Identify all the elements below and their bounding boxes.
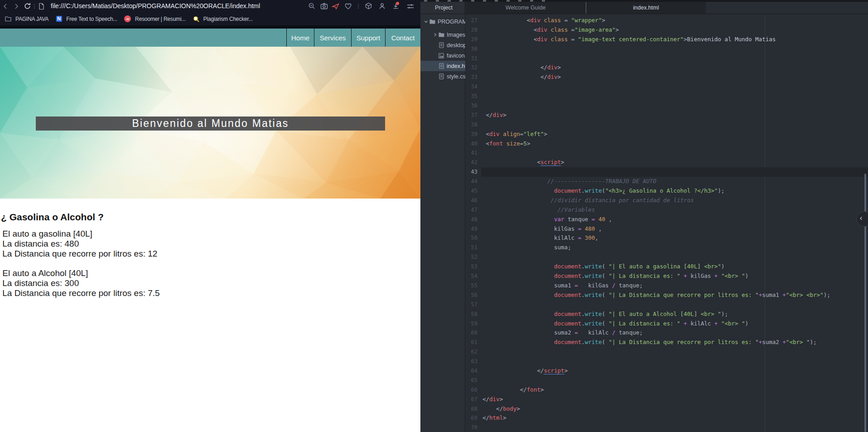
code-line-43[interactable]: 43 — [466, 167, 868, 177]
line-number: 68 — [466, 404, 477, 414]
tree-item-stylecss[interactable]: style.css — [420, 71, 465, 82]
code-line-54[interactable]: 54 document.write( "| La distancia es: "… — [466, 272, 868, 281]
code-text: var tanque = 40 , — [482, 215, 868, 224]
tab-welcome-guide[interactable]: Welcome Guide — [466, 2, 585, 14]
snapshot-camera-icon[interactable] — [319, 0, 328, 12]
code-text: </div> — [482, 63, 868, 73]
code-line-56[interactable]: 56 document.write( "| La Distancia que r… — [466, 291, 868, 300]
web-page: HomeServicesSupportContact — [0, 29, 420, 432]
code-line-51[interactable]: 51 suma; — [466, 243, 868, 252]
code-line-46[interactable]: 46 //dividir distancia por cantidad de l… — [466, 196, 868, 205]
code-line-27[interactable]: 27 <div class = "wrapper"> — [466, 16, 868, 25]
code-text: </font> — [482, 385, 868, 395]
code-line-34[interactable]: 34 — [466, 82, 868, 92]
project-panel-title: Project — [435, 2, 453, 14]
settings-tune-icon[interactable] — [406, 0, 415, 12]
line-number: 48 — [466, 215, 477, 224]
back-icon[interactable] — [1, 0, 10, 12]
tree-item-favicon[interactable]: favicon. — [420, 50, 465, 61]
code-line-57[interactable]: 57 — [466, 300, 868, 310]
code-line-38[interactable]: 38 — [466, 120, 868, 130]
profile-person-icon[interactable] — [377, 0, 386, 12]
project-panel-header[interactable]: Project — [420, 2, 465, 14]
code-line-69[interactable]: 69</html> — [466, 413, 868, 423]
page-line: | La Distancia que recorre por litros es… — [0, 288, 420, 298]
code-line-37[interactable]: 37 </div> — [466, 111, 868, 120]
bookmark-item[interactable]: ∞Resoomer | Resumi... — [124, 15, 186, 23]
line-number: 43 — [466, 167, 477, 177]
tree-item-program[interactable]: PROGRAM — [420, 16, 465, 27]
code-line-68[interactable]: 68 </body> — [466, 404, 868, 414]
code-line-55[interactable]: 55 suma1 = kilGas / tanque; — [466, 281, 868, 291]
zoom-out-icon[interactable] — [307, 0, 316, 12]
page-line: | La Distancia que recorre por litros es… — [0, 249, 420, 259]
code-text: </body> — [482, 404, 868, 414]
bookmark-item[interactable]: PAGINA JAVA — [5, 15, 48, 23]
code-line-48[interactable]: 48 var tanque = 40 , — [466, 215, 868, 224]
chevron-down-icon[interactable] — [423, 19, 429, 24]
tree-item-indexht[interactable]: index.ht — [420, 61, 465, 71]
code-line-70[interactable]: 70 — [466, 423, 868, 432]
line-number: 50 — [466, 233, 477, 243]
code-line-50[interactable]: 50 kilAlc = 300, — [466, 233, 868, 243]
code-line-30[interactable]: 30 — [466, 44, 868, 54]
line-number: 30 — [466, 44, 477, 54]
nav-item-contact[interactable]: Contact — [385, 29, 420, 47]
chevron-left-icon: ‹ — [860, 214, 862, 222]
code-line-52[interactable]: 52 — [466, 252, 868, 262]
code-editor[interactable]: 27 <div class = "wrapper">28 <div class … — [466, 14, 868, 432]
nav-item-services[interactable]: Services — [314, 29, 351, 47]
code-line-53[interactable]: 53 document.write( "| El auto a gasolina… — [466, 262, 868, 272]
send-flow-icon[interactable] — [331, 0, 340, 12]
code-line-32[interactable]: 32 </div> — [466, 63, 868, 73]
url-bar[interactable]: file:///C:/Users/Matias/Desktop/PROGRAMA… — [51, 0, 260, 12]
code-line-31[interactable]: 31 — [466, 54, 868, 63]
extensions-cube-icon[interactable] — [364, 0, 373, 12]
code-line-67[interactable]: 67</div> — [466, 395, 868, 404]
nav-item-home[interactable]: Home — [286, 29, 314, 47]
code-line-64[interactable]: 64 </script> — [466, 366, 868, 376]
bookmark-item[interactable]: Plagiarism Checker... — [193, 15, 253, 23]
line-number: 65 — [466, 376, 477, 385]
code-line-61[interactable]: 61 document.write( "| La Distancia que r… — [466, 338, 868, 347]
code-line-35[interactable]: 35 — [466, 92, 868, 101]
chevron-right-icon[interactable] — [432, 33, 438, 37]
collapse-toggle-button[interactable]: ‹ — [856, 211, 868, 227]
code-line-65[interactable]: 65 — [466, 376, 868, 385]
code-line-33[interactable]: 33 </div> — [466, 73, 868, 82]
nav-item-support[interactable]: Support — [351, 29, 385, 47]
bookmark-item[interactable]: NFree Text to Speech... — [55, 15, 117, 23]
code-line-58[interactable]: 58 document.write( "| El auto a Alcohol … — [466, 310, 868, 319]
code-line-66[interactable]: 66 </font> — [466, 385, 868, 395]
code-line-40[interactable]: 40 <font size=5> — [466, 139, 868, 149]
code-line-63[interactable]: 63 — [466, 357, 868, 366]
code-line-62[interactable]: 62 — [466, 347, 868, 357]
image-icon — [438, 53, 444, 59]
code-line-41[interactable]: 41 — [466, 148, 868, 158]
download-icon[interactable] — [391, 0, 400, 12]
code-line-39[interactable]: 39 <div align="left"> — [466, 130, 868, 139]
tree-item-desktop[interactable]: desktop — [420, 40, 465, 50]
code-line-45[interactable]: 45 document.write("<h3>¿ Gasolina o Alco… — [466, 186, 868, 196]
code-line-29[interactable]: 29 <div class = "image-text centered-con… — [466, 35, 868, 44]
favorites-heart-icon[interactable] — [343, 0, 352, 12]
line-number: 55 — [466, 281, 477, 291]
page-icon[interactable] — [37, 0, 46, 12]
line-number: 32 — [466, 63, 477, 73]
code-text: kilAlc = 300, — [482, 233, 868, 243]
code-text: document.write( "| El auto a Alcohol [40… — [482, 310, 868, 319]
file-icon — [438, 73, 444, 80]
code-line-59[interactable]: 59 document.write( "| La distancia es: "… — [466, 319, 868, 329]
code-line-60[interactable]: 60 suma2 = kilAlc / tanque; — [466, 328, 868, 338]
tree-item-images[interactable]: Images — [420, 29, 465, 40]
line-number: 29 — [466, 35, 477, 44]
code-line-49[interactable]: 49 kilGas = 480 , — [466, 224, 868, 234]
tab-index-html[interactable]: index.html — [586, 2, 706, 14]
forward-icon[interactable] — [12, 0, 21, 12]
page-line — [0, 258, 420, 268]
code-line-42[interactable]: 42 <script> — [466, 158, 868, 167]
code-line-36[interactable]: 36 — [466, 101, 868, 111]
code-line-28[interactable]: 28 <div class ="image-area"> — [466, 25, 868, 35]
code-line-44[interactable]: 44 //---------------TRABAJO DE AUTO — [466, 177, 868, 186]
code-line-47[interactable]: 47 //Variables — [466, 205, 868, 215]
